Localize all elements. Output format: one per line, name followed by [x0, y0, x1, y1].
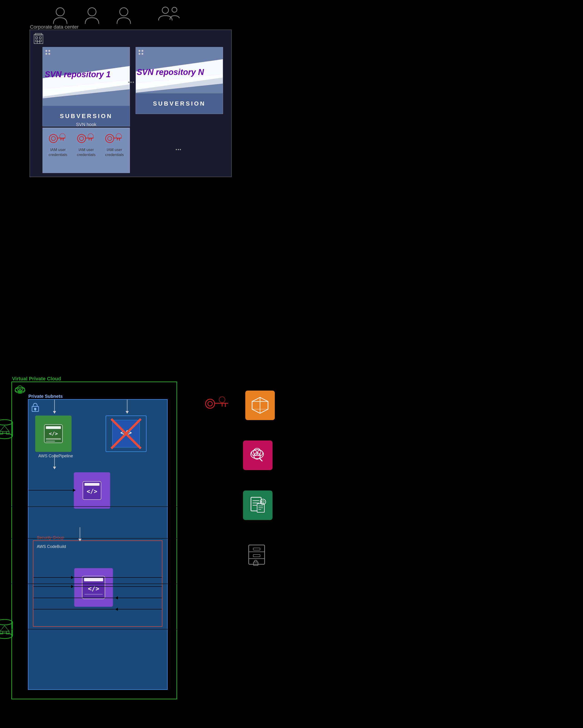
corp-datacenter-label: Corporate data center	[30, 24, 79, 30]
vpc-label: Virtual Private Cloud	[12, 376, 61, 382]
teal-service-box	[243, 491, 273, 520]
svg-rect-50	[84, 483, 100, 486]
svn-subversion-1: SUBVERSION	[60, 113, 113, 120]
svg-point-27	[108, 136, 112, 140]
conn-line-3	[0, 583, 204, 584]
svg-text:</>: </>	[49, 431, 58, 437]
svg-point-3	[162, 7, 169, 14]
security-group-label: Security Group	[37, 536, 64, 540]
building-icon	[32, 32, 45, 46]
svg-rect-100	[253, 554, 260, 557]
pink-service-box	[243, 441, 273, 470]
svg-marker-60	[0, 426, 9, 432]
orange-service-box	[245, 391, 275, 420]
svg-rect-41	[46, 426, 61, 429]
svg-point-38	[34, 408, 36, 410]
svg-point-71	[208, 401, 212, 406]
iam-item-1: IAM usercredentials	[48, 131, 68, 157]
conn-line-1	[0, 506, 204, 507]
iam-item-3: IAM usercredentials	[105, 131, 124, 157]
iam-key-icon-standalone	[204, 395, 232, 416]
arrow-to-deprecated	[126, 400, 129, 414]
svn-subversion-n: SUBVERSION	[153, 100, 206, 107]
svn-repo-n-title: SVN repository N	[137, 68, 204, 77]
svn-repo-1-title: SVN repository 1	[45, 70, 110, 79]
iam-label-1: IAM usercredentials	[49, 147, 67, 157]
svg-point-14	[49, 134, 57, 142]
iam-item-2: IAM usercredentials	[77, 131, 96, 157]
svg-rect-5	[34, 34, 43, 44]
svg-rect-53	[84, 578, 103, 581]
svg-rect-36	[18, 391, 22, 393]
iam-label-3: IAM usercredentials	[105, 147, 124, 157]
svn-hook-label: SVN hook	[76, 122, 96, 127]
s3-bucket-bottom	[0, 618, 16, 644]
svg-point-0	[56, 8, 64, 16]
svg-text:</>: </>	[88, 585, 100, 593]
deprecated-box: </>	[106, 416, 147, 452]
svg-rect-43	[46, 438, 61, 440]
conn-line-2	[0, 538, 204, 539]
svg-point-2	[120, 8, 128, 16]
secrets-manager-box	[243, 541, 273, 570]
conn-line-4	[0, 629, 204, 629]
svn-repo-1: SUBVERSION	[43, 47, 130, 127]
svg-point-34	[17, 386, 23, 391]
svg-marker-67	[0, 626, 9, 631]
group-user-icon	[157, 6, 182, 27]
svg-point-26	[106, 134, 114, 142]
svg-point-70	[206, 399, 214, 408]
svg-rect-101	[253, 562, 258, 565]
svg-point-21	[79, 136, 83, 140]
private-subnets-label: Private Subnets	[28, 394, 63, 399]
arrow-to-codebuild	[78, 527, 81, 541]
lock-icon	[30, 401, 41, 414]
s3-bucket-top	[0, 418, 16, 444]
codebuild-pipeline-box: </>	[74, 472, 110, 509]
repo-n-ellipsis: ...	[175, 144, 181, 152]
private-subnets-box: Private Subnets	[28, 399, 168, 690]
codebuild-label: AWS CodeBuild	[37, 544, 66, 549]
arrow-to-codepipeline	[53, 400, 56, 414]
vpc-cloud-icon	[14, 384, 26, 395]
svg-point-75	[219, 397, 225, 402]
svg-rect-8	[40, 37, 41, 38]
svg-point-95	[262, 501, 264, 503]
svn-hook-area: SVN hook IAM usercredentials	[43, 128, 130, 173]
svg-point-20	[77, 134, 85, 142]
svg-text:</>: </>	[87, 488, 97, 495]
user-icon-1	[52, 7, 68, 26]
svg-point-1	[88, 8, 96, 16]
svg-line-85	[259, 458, 262, 461]
codebuild-service-box: </>	[74, 568, 113, 607]
svn-repo-n: SUBVERSION	[135, 47, 223, 114]
iam-label-2: IAM usercredentials	[77, 147, 95, 157]
svg-rect-7	[36, 37, 37, 38]
user-icon-3	[116, 7, 132, 26]
arrow-left-to-mid	[28, 490, 74, 491]
svg-rect-44	[46, 441, 55, 442]
repos-ellipsis: ...	[128, 75, 134, 85]
codepipeline-service-box: </>	[35, 416, 72, 452]
user-icon-2	[84, 7, 100, 26]
svg-point-63	[0, 620, 12, 625]
svg-point-56	[0, 420, 12, 425]
arrow-codepipeline-down	[53, 454, 56, 469]
vpc-box: Virtual Private Cloud Private Subnets	[11, 382, 177, 699]
svg-rect-99	[253, 548, 260, 550]
svg-point-4	[172, 7, 177, 12]
svg-point-15	[51, 136, 55, 140]
